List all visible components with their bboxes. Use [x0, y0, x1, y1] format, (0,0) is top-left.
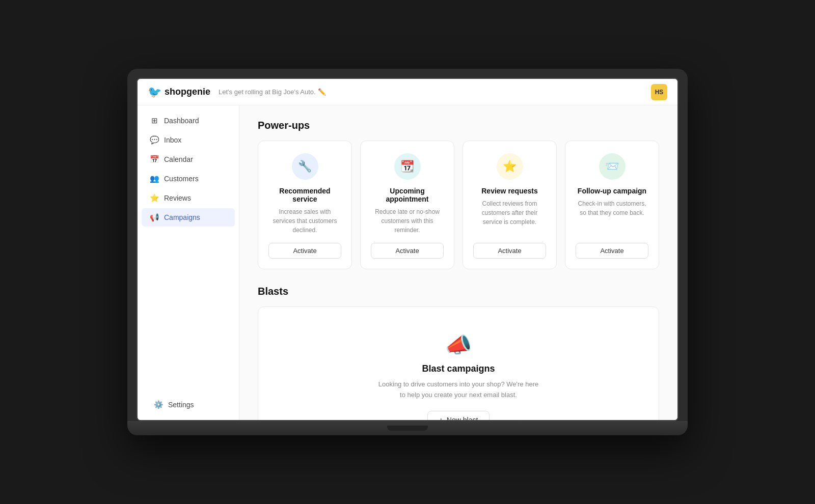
upcoming-appointment-desc: Reduce late or no-show customers with th… — [371, 207, 444, 235]
topbar-subtitle: Let's get rolling at Big Joe's Auto. ✏️ — [219, 88, 326, 96]
activate-follow-up-button[interactable]: Activate — [576, 243, 648, 259]
sidebar: ⊞ Dashboard 💬 Inbox 📅 Calendar 👥 — [138, 105, 239, 420]
sidebar-item-label: Dashboard — [164, 117, 199, 125]
customers-icon: 👥 — [150, 174, 159, 183]
sidebar-item-inbox[interactable]: 💬 Inbox — [142, 131, 235, 149]
inbox-icon: 💬 — [150, 135, 159, 145]
follow-up-icon: 📨 — [605, 160, 619, 173]
new-blast-label: New blast — [447, 416, 478, 420]
recommended-service-desc: Increase sales with services that custom… — [268, 207, 341, 235]
powerups-title: Power-ups — [258, 120, 659, 131]
review-requests-title: Review requests — [481, 187, 538, 195]
sidebar-item-label: Campaigns — [164, 213, 200, 221]
sidebar-item-label: Settings — [168, 401, 194, 409]
powerup-card-recommended-service: 🔧 Recommended service Increase sales wit… — [258, 141, 352, 269]
recommended-service-icon: 🔧 — [298, 160, 312, 173]
blasts-card: 📣 Blast campaigns Looking to drive custo… — [258, 306, 659, 420]
recommended-service-icon-wrap: 🔧 — [292, 153, 318, 180]
sidebar-item-label: Inbox — [164, 136, 181, 144]
sidebar-item-label: Reviews — [164, 194, 191, 202]
reviews-icon: ⭐ — [150, 193, 159, 203]
powerup-card-follow-up-campaign: 📨 Follow-up campaign Check-in with custo… — [565, 141, 659, 269]
follow-up-desc: Check-in with customers, so that they co… — [576, 199, 648, 235]
edit-icon: ✏️ — [318, 88, 326, 96]
upcoming-appointment-icon: 📆 — [400, 160, 414, 173]
powerup-card-upcoming-appointment: 📆 Upcoming appointment Reduce late or no… — [360, 141, 454, 269]
sidebar-item-calendar[interactable]: 📅 Calendar — [142, 150, 235, 169]
upcoming-appointment-icon-wrap: 📆 — [394, 153, 421, 180]
review-requests-icon-wrap: ⭐ — [497, 153, 523, 180]
main-content: Power-ups 🔧 Recommended service Increase… — [239, 105, 677, 420]
follow-up-icon-wrap: 📨 — [599, 153, 626, 180]
recommended-service-title: Recommended service — [268, 187, 341, 203]
sidebar-item-reviews[interactable]: ⭐ Reviews — [142, 189, 235, 207]
logo: 🐦 shopgenie — [148, 86, 210, 99]
sidebar-item-label: Customers — [164, 175, 199, 183]
activate-upcoming-appointment-button[interactable]: Activate — [371, 243, 444, 259]
review-requests-desc: Collect reviews from customers after the… — [473, 199, 546, 235]
powerups-grid: 🔧 Recommended service Increase sales wit… — [258, 141, 659, 269]
activate-review-requests-button[interactable]: Activate — [473, 243, 546, 259]
sidebar-nav: ⊞ Dashboard 💬 Inbox 📅 Calendar 👥 — [138, 111, 239, 227]
dashboard-icon: ⊞ — [150, 116, 159, 125]
follow-up-title: Follow-up campaign — [578, 187, 646, 195]
blast-campaigns-desc: Looking to drive customers into your sho… — [378, 379, 538, 401]
powerup-card-review-requests: ⭐ Review requests Collect reviews from c… — [463, 141, 557, 269]
blast-campaigns-desc-line1: Looking to drive customers into your sho… — [378, 380, 538, 388]
blast-campaigns-desc-line2: to help you create your next email blast… — [400, 391, 517, 399]
topbar: 🐦 shopgenie Let's get rolling at Big Joe… — [138, 79, 677, 105]
logo-text: shopgenie — [165, 87, 210, 97]
campaigns-icon: 📢 — [150, 213, 159, 222]
blast-campaigns-title: Blast campaigns — [422, 363, 495, 374]
plus-icon: + — [439, 416, 443, 420]
sidebar-item-customers[interactable]: 👥 Customers — [142, 170, 235, 188]
sidebar-item-dashboard[interactable]: ⊞ Dashboard — [142, 111, 235, 130]
activate-recommended-service-button[interactable]: Activate — [268, 243, 341, 259]
blast-campaigns-icon: 📣 — [445, 332, 472, 357]
calendar-icon: 📅 — [150, 155, 159, 164]
blasts-title: Blasts — [258, 286, 659, 297]
new-blast-button[interactable]: + New blast — [427, 411, 490, 420]
settings-icon: ⚙️ — [154, 400, 163, 409]
logo-icon: 🐦 — [148, 86, 161, 99]
sidebar-item-settings[interactable]: ⚙️ Settings — [146, 396, 231, 414]
sidebar-item-label: Calendar — [164, 155, 193, 163]
upcoming-appointment-title: Upcoming appointment — [371, 187, 444, 203]
avatar[interactable]: HS — [651, 84, 667, 100]
subtitle-text: Let's get rolling at Big Joe's Auto. — [219, 88, 316, 96]
sidebar-item-campaigns[interactable]: 📢 Campaigns — [142, 208, 235, 227]
review-requests-icon: ⭐ — [503, 160, 517, 173]
